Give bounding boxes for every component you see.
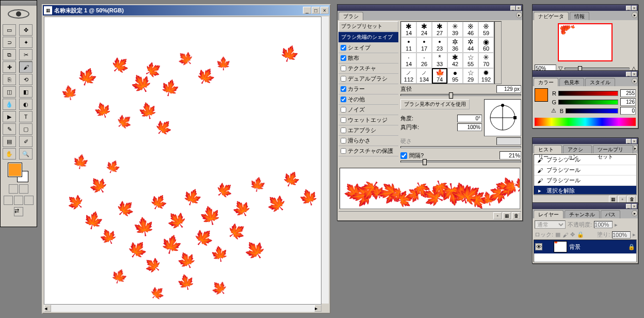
document-titlebar[interactable]: ▦ 名称未設定 1 @ 50%(RGB) _ □ ×: [43, 5, 330, 15]
brush-tip-27[interactable]: ✱27: [432, 22, 447, 37]
h-scroll-track[interactable]: [51, 305, 314, 312]
use-sample-size-button[interactable]: ブラシ見本のサイズを使用: [400, 99, 470, 109]
brush-tip-46[interactable]: ※46: [463, 22, 478, 37]
brush-option-6[interactable]: ノイズ: [339, 105, 398, 115]
brush-tip-shape-item[interactable]: ブラシ先端のシェイプ: [339, 32, 398, 42]
brush-option-4[interactable]: カラー: [339, 84, 398, 94]
quickmask-mode-button[interactable]: [19, 184, 28, 194]
brush-option-checkbox[interactable]: [341, 128, 346, 133]
toolpresets-tab[interactable]: ツールプリセット: [593, 145, 633, 153]
lock-transparency-icon[interactable]: ▦: [555, 231, 560, 238]
brush-option-checkbox[interactable]: [341, 107, 346, 113]
screen-mode-1[interactable]: [4, 196, 13, 205]
angle-input[interactable]: [457, 115, 482, 122]
r-slider[interactable]: [558, 91, 618, 96]
brush-tip-26[interactable]: ·26: [416, 53, 432, 68]
navigator-thumbnail[interactable]: 🍁🍁🍁🍁🍁🍁🍁🍁🍁🍁🍁🍁🍁🍁🍁🍁🍁🍁🍁🍁: [558, 23, 613, 61]
crop-tool[interactable]: ⧉: [3, 49, 16, 60]
nav-menu[interactable]: ▸: [632, 12, 638, 18]
navigator-tab[interactable]: ナビゲータ: [534, 12, 569, 20]
brush-panel-header[interactable]: _ ×: [337, 5, 522, 11]
marquee-tool[interactable]: ▭: [3, 24, 16, 36]
lock-move-icon[interactable]: ✥: [570, 231, 575, 238]
scroll-right-button[interactable]: ▸: [314, 305, 321, 312]
history-brush-tool[interactable]: ⟲: [19, 74, 33, 85]
notes-tool[interactable]: ▤: [3, 136, 16, 147]
stamp-tool[interactable]: ⎘: [3, 74, 16, 85]
history-item[interactable]: 🖌ブラシツール: [534, 155, 636, 165]
brush-preset-item[interactable]: ブラシプリセット: [339, 21, 398, 31]
brush-tip-23[interactable]: •23: [432, 37, 447, 53]
brush-tip-42[interactable]: ✱42: [447, 53, 463, 68]
hist-foot-1[interactable]: ▦: [609, 196, 617, 203]
b-slider[interactable]: [566, 108, 618, 114]
brush-option-8[interactable]: エアブラシ: [339, 125, 398, 136]
color-min[interactable]: _: [626, 72, 631, 76]
brush-option-checkbox[interactable]: [341, 76, 346, 82]
layer-item-background[interactable]: 👁 🍁🍁🍁🍁🍁🍁🍁🍁 背景 🔒: [534, 240, 636, 253]
brush-option-checkbox[interactable]: [341, 45, 346, 51]
nav-min[interactable]: _: [626, 6, 631, 10]
tip-grid-scrollbar[interactable]: [494, 21, 502, 84]
brush-option-1[interactable]: 散布: [339, 53, 398, 63]
vertical-scrollbar[interactable]: [321, 17, 329, 304]
hist-menu[interactable]: ▸: [633, 145, 638, 151]
path-select-tool[interactable]: ▶: [3, 111, 16, 122]
zoom-tool[interactable]: 🔍: [19, 148, 33, 160]
brush-menu-button[interactable]: ▸: [516, 12, 522, 18]
brush-tip-55[interactable]: ☆55: [463, 53, 478, 68]
history-item[interactable]: ▸選択を解除: [534, 186, 636, 195]
g-input[interactable]: [620, 98, 636, 106]
spacing-input[interactable]: [500, 151, 521, 160]
b-input[interactable]: [620, 107, 636, 115]
layers-header[interactable]: _×: [533, 203, 638, 209]
brush-foot-btn2[interactable]: ▦: [503, 212, 511, 219]
roundness-input[interactable]: [457, 123, 482, 131]
hist-min[interactable]: _: [626, 139, 631, 144]
layers-menu[interactable]: ▸: [632, 210, 638, 216]
hist-foot-trash[interactable]: 🗑: [627, 196, 636, 203]
navigator-header[interactable]: _×: [533, 5, 638, 11]
brush-option-checkbox[interactable]: [341, 86, 346, 92]
dodge-tool[interactable]: ◐: [19, 99, 33, 110]
screen-mode-2[interactable]: [14, 196, 23, 205]
lock-paint-icon[interactable]: 🖌: [562, 232, 568, 238]
brush-tool[interactable]: 🖌: [19, 61, 33, 73]
slice-tool[interactable]: ✂: [19, 49, 33, 60]
blur-tool[interactable]: 💧: [3, 99, 16, 110]
brush-tip-14[interactable]: ·14: [401, 53, 416, 68]
visibility-toggle-icon[interactable]: 👁: [535, 243, 542, 250]
close-button[interactable]: ×: [320, 7, 329, 14]
screen-mode-3[interactable]: [24, 196, 34, 205]
hist-close[interactable]: ×: [632, 139, 637, 144]
brush-tip-36[interactable]: ✲36: [447, 37, 463, 53]
brush-option-7[interactable]: ウェットエッジ: [339, 115, 398, 125]
brush-tip-14[interactable]: ✱14: [401, 22, 416, 37]
eraser-tool[interactable]: ◫: [3, 86, 16, 98]
type-tool[interactable]: T: [19, 111, 33, 122]
color-tab[interactable]: カラー: [534, 78, 558, 86]
hist-foot-2[interactable]: ▫: [618, 196, 626, 203]
brush-tip-95[interactable]: ●95: [447, 68, 463, 84]
layers-min[interactable]: _: [626, 204, 631, 209]
brush-option-checkbox[interactable]: [341, 55, 346, 61]
brush-option-checkbox[interactable]: [341, 66, 346, 71]
actions-tab[interactable]: アクション: [563, 145, 591, 153]
lock-all-icon[interactable]: 🔒: [577, 231, 584, 238]
eyedropper-tool[interactable]: ✐: [19, 136, 33, 147]
color-spectrum[interactable]: [535, 118, 636, 126]
g-slider[interactable]: [558, 100, 618, 105]
maximize-button[interactable]: □: [312, 7, 320, 14]
info-tab[interactable]: 情報: [570, 12, 589, 20]
brush-tip-29[interactable]: ☆29: [463, 68, 478, 84]
brush-option-checkbox[interactable]: [341, 117, 346, 123]
jump-button[interactable]: ⇄: [14, 207, 23, 216]
history-tab[interactable]: ヒストリー: [534, 145, 562, 153]
color-header[interactable]: _×: [533, 71, 638, 77]
paths-tab[interactable]: パス: [601, 210, 620, 218]
move-tool[interactable]: ✥: [19, 24, 33, 36]
brush-tip-60[interactable]: ◉60: [478, 37, 494, 53]
foreground-swatch[interactable]: [8, 163, 22, 177]
brush-option-5[interactable]: その他: [339, 94, 398, 105]
brush-close[interactable]: ×: [516, 6, 521, 10]
